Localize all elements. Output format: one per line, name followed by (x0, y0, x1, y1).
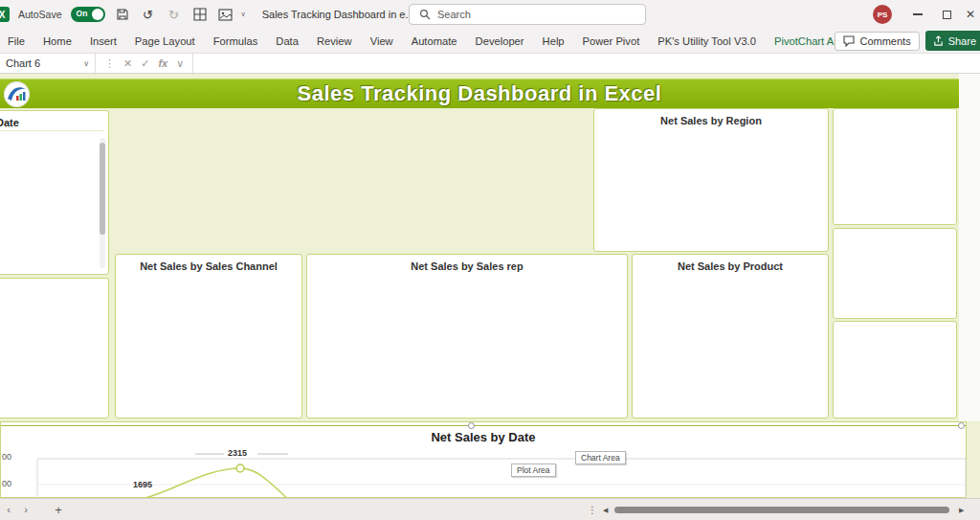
region-slicer (833, 321, 957, 418)
save-icon[interactable] (114, 6, 131, 23)
drag-dots-icon: ⋮ (104, 57, 115, 70)
chart-area-tooltip: Chart Area (575, 451, 626, 464)
ribbon-tab-power-pivot[interactable]: Power Pivot (583, 35, 640, 47)
hscroll-thumb[interactable] (614, 507, 949, 513)
product-slicer (833, 108, 957, 225)
chart-title: Net Sales by Sales rep (307, 260, 627, 272)
autosave-state: On (77, 9, 88, 18)
formula-input[interactable] (193, 54, 980, 73)
product-donut (633, 255, 830, 419)
net-sales-by-region-chart[interactable]: Net Sales by Region (593, 108, 829, 252)
document-title[interactable]: Sales Tracking Dashboard in e... (262, 9, 414, 20)
restore-button[interactable] (932, 0, 961, 29)
net-sales-by-channel-chart[interactable]: Net Sales by Sales Channel (115, 254, 302, 418)
sheet-nav-prev[interactable]: ‹ (0, 499, 17, 520)
logo (4, 81, 30, 107)
ribbon-tab-bar: FileHomeInsertPage LayoutFormulasDataRev… (0, 29, 980, 54)
autosave-toggle[interactable]: On (71, 7, 105, 22)
hscroll-right-arrow[interactable]: ▶ (959, 499, 964, 520)
search-icon (419, 9, 431, 20)
autosave-label: AutoSave (18, 9, 62, 20)
net-sales-by-product-chart[interactable]: Net Sales by Product (632, 254, 829, 418)
minimize-button[interactable] (903, 0, 932, 29)
ribbon-tab-view[interactable]: View (370, 35, 393, 47)
ribbon-tab-formulas[interactable]: Formulas (213, 35, 258, 47)
net-sales-by-rep-chart[interactable]: Net Sales by Sales rep (306, 254, 628, 418)
title-bar: X AutoSave On ↺∨ ↻∨ ∨ Sales Tracking Das… (0, 0, 980, 29)
confirm-entry-icon[interactable]: ✓ (141, 57, 149, 70)
close-button[interactable]: ✕ (961, 0, 980, 29)
y-axis-label-partial: 00 (2, 479, 11, 488)
picture-icon[interactable] (217, 6, 234, 23)
dashboard-title: Sales Tracking Dashboard in Excel (298, 81, 662, 106)
channel-donut (116, 255, 303, 419)
region-pie (594, 109, 830, 253)
search-placeholder: Search (437, 9, 471, 20)
ribbon-tab-insert[interactable]: Insert (90, 35, 117, 47)
grid-view-icon[interactable] (191, 6, 209, 23)
cancel-entry-icon[interactable]: ✕ (123, 57, 132, 70)
ribbon-tab-automate[interactable]: Automate (412, 35, 457, 47)
dashboard-banner: Sales Tracking Dashboard in Excel (0, 79, 959, 108)
dashboard-canvas: Sales Tracking Dashboard in Excel Date N… (0, 74, 980, 498)
slicer-title: Date (0, 117, 103, 128)
chart-title: Net Sales by Sales Channel (116, 260, 301, 272)
excel-app-icon: X (0, 7, 10, 22)
sheet-nav-next[interactable]: › (17, 499, 34, 520)
ribbon-tab-home[interactable]: Home (43, 35, 72, 47)
sheet-tab-bar: ‹ › + ⋮ ◀ ▶ (0, 498, 980, 520)
ribbon-tab-help[interactable]: Help (543, 35, 565, 47)
undo-icon[interactable]: ↺∨ (140, 6, 157, 23)
redo-icon: ↻∨ (166, 6, 183, 23)
insert-function-icon[interactable]: fx (158, 57, 167, 69)
toggle-knob (92, 9, 103, 20)
ribbon-tab-pk-s-utility-tool-v3-0[interactable]: PK's Utility Tool V3.0 (657, 35, 756, 47)
plot-area-tooltip: Plot Area (511, 463, 556, 477)
user-avatar[interactable]: PS (873, 5, 892, 24)
qat-overflow-icon[interactable]: ∨ (241, 11, 246, 18)
new-sheet-button[interactable]: + (46, 499, 71, 520)
ribbon-tab-data[interactable]: Data (276, 35, 299, 47)
ribbon-tab-file[interactable]: File (8, 35, 25, 47)
share-button[interactable]: Share (925, 31, 980, 51)
formula-bar: Chart 6∨ ⋮ ✕ ✓ fx ∨ (0, 54, 980, 74)
ribbon-tab-page-layout[interactable]: Page Layout (135, 35, 195, 47)
hscroll-left-arrow[interactable]: ◀ (603, 499, 608, 520)
chart-title: Net Sales by Region (594, 115, 828, 126)
name-box[interactable]: Chart 6∨ (0, 54, 96, 73)
sheetbar-drag-dots[interactable]: ⋮ (588, 499, 597, 520)
data-label: 2315 (228, 448, 247, 458)
comments-button[interactable]: Comments (835, 32, 919, 51)
ribbon-tab-developer[interactable]: Developer (476, 35, 524, 47)
data-label: 1695 (133, 480, 152, 489)
share-icon (933, 35, 944, 46)
sales-channel-slicer (833, 228, 957, 319)
search-input[interactable]: Search (409, 4, 646, 25)
comment-icon (843, 35, 855, 47)
net-sales-by-date-chart[interactable]: Net Sales by Date 00 00 2315 1695 Plot A… (0, 421, 967, 498)
date-slicer-scrollbar[interactable] (100, 138, 105, 268)
ribbon-tab-review[interactable]: Review (317, 35, 352, 47)
y-axis-label-partial: 00 (2, 452, 11, 462)
formula-expand-icon[interactable]: ∨ (176, 57, 184, 70)
date-slicer: Date (0, 110, 109, 275)
sales-rep-slicer (0, 278, 109, 418)
chart-title: Net Sales by Product (633, 260, 828, 272)
canvas-right-margin (959, 74, 980, 421)
